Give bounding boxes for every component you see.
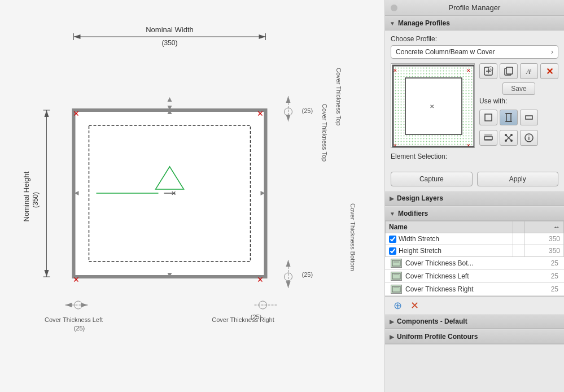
design-layers-section: ▶ Design Layers: [385, 191, 564, 206]
width-stretch-cell: Width Stretch: [386, 233, 513, 245]
element-selection-row: Capture Apply: [385, 167, 564, 191]
svg-text:✕: ✕: [73, 109, 80, 118]
choose-profile-label: Choose Profile:: [391, 35, 558, 43]
svg-text:✕: ✕: [257, 275, 264, 284]
modifier-icon: [391, 259, 402, 268]
save-button[interactable]: Save: [502, 82, 535, 95]
profile-select-text: Concrete Column/Beam w Cover: [396, 48, 551, 56]
delete-modifier-button[interactable]: ✕: [408, 300, 421, 311]
svg-text:✕: ✕: [171, 190, 176, 197]
svg-point-84: [510, 140, 513, 142]
svg-text:Cover Thickness Right: Cover Thickness Right: [212, 316, 274, 323]
svg-text:i: i: [528, 135, 530, 141]
use-with-mesh-button[interactable]: [500, 130, 518, 146]
modifier-icon: [391, 272, 402, 281]
cover-right-label: Cover Thickness Right: [405, 285, 541, 293]
modifier-icon: [391, 285, 402, 294]
svg-marker-16: [286, 96, 291, 103]
manage-profiles-content: Choose Profile: Concrete Column/Beam w C…: [385, 31, 564, 167]
uniform-contours-header[interactable]: ▶ Uniform Profile Contours: [385, 329, 564, 344]
modifiers-header[interactable]: ▼ Modifiers: [385, 206, 564, 221]
height-stretch-label: Height Stretch: [399, 247, 441, 255]
use-with-slab-button[interactable]: [479, 130, 497, 146]
add-profile-button[interactable]: +: [479, 63, 497, 79]
svg-marker-4: [259, 34, 266, 39]
uniform-contours-label: Uniform Profile Contours: [397, 333, 478, 341]
cover-right-value: 25: [541, 285, 558, 293]
svg-marker-11: [45, 270, 49, 277]
manage-profiles-triangle: ▼: [390, 20, 395, 27]
toolbar-icons: + A I ✕: [479, 63, 558, 148]
design-layers-header[interactable]: ▶ Design Layers: [385, 191, 564, 206]
height-stretch-cell: Height Stretch: [386, 245, 513, 257]
svg-point-81: [505, 134, 507, 136]
height-spacer-cell: [513, 245, 524, 257]
rename-profile-button[interactable]: A I: [520, 63, 538, 79]
modifier-cover-right: Cover Thickness Right 25: [385, 283, 564, 296]
svg-text:(25): (25): [251, 313, 262, 320]
svg-point-83: [505, 140, 507, 142]
svg-rect-71: [485, 114, 492, 121]
col-stretch-header: ↔: [524, 221, 563, 233]
capture-button[interactable]: Capture: [391, 172, 473, 186]
profile-preview-svg: ✕ ✕ ✕ ✕ ✕: [391, 64, 475, 148]
profile-select[interactable]: Concrete Column/Beam w Cover ›: [391, 45, 558, 59]
svg-text:Cover Thickness Bottom: Cover Thickness Bottom: [349, 203, 356, 271]
add-modifier-button[interactable]: ⊕: [391, 300, 404, 311]
cover-bot-value: 25: [541, 259, 558, 267]
modifiers-content: Name ↔ Width Stretch: [385, 221, 564, 296]
right-panel: Profile Manager ▼ Manage Profiles Choose…: [384, 0, 564, 392]
profile-select-arrow-icon: ›: [551, 48, 553, 56]
panel-titlebar: Profile Manager: [385, 0, 564, 16]
info-button[interactable]: i: [520, 130, 538, 146]
svg-text:✕: ✕: [257, 109, 264, 118]
manage-profiles-label: Manage Profiles: [398, 19, 450, 27]
svg-text:✕: ✕: [466, 68, 471, 73]
cover-left-label: Cover Thickness Left: [405, 272, 541, 280]
window-close-dot[interactable]: [391, 5, 397, 11]
table-row: Width Stretch 350: [386, 233, 564, 245]
use-with-column-button[interactable]: [500, 110, 518, 125]
apply-button[interactable]: Apply: [477, 172, 559, 186]
modifiers-triangle: ▼: [390, 211, 395, 217]
use-with-icons-row2: i: [479, 130, 558, 146]
svg-text:Nominal Height: Nominal Height: [22, 171, 30, 221]
use-with-beam-button[interactable]: [520, 110, 538, 125]
top-icon-row: + A I ✕: [479, 63, 558, 79]
modifiers-label: Modifiers: [398, 210, 428, 217]
svg-point-82: [510, 134, 513, 136]
svg-text:+: +: [489, 67, 492, 71]
svg-text:✕: ✕: [73, 275, 80, 284]
width-spacer-cell: [513, 233, 524, 245]
svg-text:(25): (25): [302, 107, 313, 114]
duplicate-profile-button[interactable]: [500, 63, 518, 79]
uniform-contours-triangle: ▶: [390, 334, 394, 340]
manage-profiles-header[interactable]: ▼ Manage Profiles: [385, 16, 564, 31]
use-with-wall-button[interactable]: [479, 110, 497, 125]
svg-text:Cover Thickness Top: Cover Thickness Top: [321, 104, 328, 162]
components-header[interactable]: ▶ Components - Default: [385, 314, 564, 329]
svg-text:(350): (350): [32, 192, 40, 208]
modifiers-table: Name ↔ Width Stretch: [385, 221, 564, 257]
svg-rect-72: [506, 114, 511, 121]
profile-preview-box: ✕ ✕ ✕ ✕ ✕: [391, 63, 475, 148]
components-section: ▶ Components - Default: [385, 314, 564, 329]
table-row: Height Stretch 350: [386, 245, 564, 257]
svg-rect-87: [392, 260, 400, 266]
width-stretch-label: Width Stretch: [399, 235, 439, 243]
components-triangle: ▶: [390, 319, 394, 325]
drawing-area: Nominal Width (350) Nominal Height (350)…: [0, 0, 384, 392]
svg-marker-31: [65, 303, 72, 307]
design-layers-label: Design Layers: [397, 194, 443, 202]
height-stretch-checkbox[interactable]: [389, 247, 396, 255]
cover-left-value: 25: [541, 272, 558, 280]
width-stretch-checkbox[interactable]: [389, 236, 396, 243]
panel-title: Profile Manager: [449, 3, 501, 12]
delete-profile-button[interactable]: ✕: [540, 63, 558, 79]
svg-rect-92: [392, 286, 400, 292]
svg-rect-76: [484, 137, 492, 140]
svg-marker-23: [286, 281, 291, 288]
svg-text:Nominal Width: Nominal Width: [146, 25, 194, 34]
element-selection-label: Element Selection:: [391, 153, 558, 160]
drawing-canvas: Nominal Width (350) Nominal Height (350)…: [0, 0, 384, 392]
